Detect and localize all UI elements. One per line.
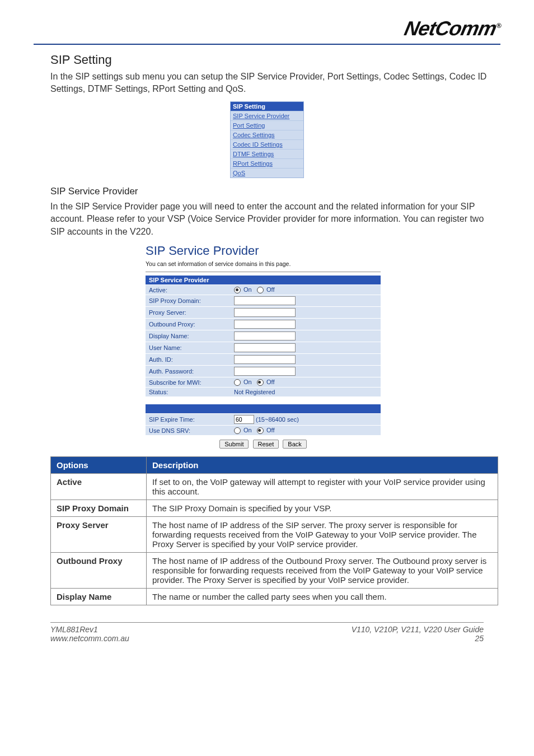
page-title: SIP Setting [50, 53, 500, 67]
form-label: Display Name: [146, 330, 231, 342]
form-label: Outbound Proxy: [146, 319, 231, 330]
options-table: Options Description ActiveIf set to on, … [50, 456, 498, 605]
doc-url: www.netcomm.com.au [50, 634, 129, 643]
form-input[interactable] [234, 332, 296, 340]
submenu-item: DTMF Settings [231, 149, 303, 158]
form-input[interactable] [234, 343, 296, 352]
option-desc: The host name of IP address of the SIP s… [147, 517, 498, 553]
options-col-options: Options [51, 457, 147, 474]
form-input[interactable] [234, 308, 296, 317]
page-footer: YML881Rev1 www.netcomm.com.au V110, V210… [50, 625, 484, 643]
submit-button[interactable]: Submit [219, 440, 249, 449]
option-desc: The name or number the called party sees… [147, 589, 498, 605]
option-desc: The SIP Proxy Domain is specified by you… [147, 500, 498, 517]
form-radio: On Off [231, 284, 381, 295]
submenu-item: Codec ID Settings [231, 139, 303, 149]
option-name: SIP Proxy Domain [51, 500, 147, 517]
hint: (15~86400 sec) [256, 416, 299, 423]
form-label: Use DNS SRV: [146, 426, 231, 436]
form-table-1: SIP Service Provider Active: On OffSIP P… [146, 276, 381, 396]
form-input[interactable] [234, 296, 296, 305]
form-label: Auth. ID: [146, 354, 231, 366]
option-desc: The host name of IP address of the Outbo… [147, 553, 498, 589]
back-button[interactable]: Back [283, 440, 306, 449]
form-input[interactable] [234, 320, 296, 329]
form-label: User Name: [146, 342, 231, 354]
intro-text: In the SIP settings sub menu you can set… [50, 71, 500, 96]
form-input[interactable] [234, 367, 296, 376]
footer-rule [50, 622, 484, 623]
option-name: Active [51, 474, 147, 500]
submenu-item: SIP Service Provider [231, 111, 303, 120]
page-number: 25 [352, 634, 484, 643]
subsection-intro: In the SIP Service Provider page you wil… [50, 200, 500, 238]
form-label: Subscribe for MWI: [146, 377, 231, 388]
sip-form-screenshot: SIP Service Provider You can set informa… [146, 244, 381, 449]
form-input[interactable] [234, 415, 254, 424]
form-label: Proxy Server: [146, 307, 231, 319]
brand-logo: NetComm® [34, 17, 500, 40]
subsection-title: SIP Service Provider [50, 186, 500, 197]
form-label: Status: [146, 388, 231, 397]
option-name: Display Name [51, 589, 147, 605]
reset-button[interactable]: Reset [253, 440, 279, 449]
status-text: Not Registered [231, 388, 381, 397]
doc-rev: YML881Rev1 [50, 625, 129, 634]
form-radio: On Off [231, 426, 381, 436]
form-label: Active: [146, 284, 231, 295]
options-col-description: Description [147, 457, 498, 474]
form-label: Auth. Password: [146, 366, 231, 377]
doc-guide: V110, V210P, V211, V220 User Guide [352, 625, 484, 634]
submenu-header: SIP Setting [231, 102, 303, 111]
option-desc: If set to on, the VoIP gateway will atte… [147, 474, 498, 500]
submenu-item: Port Setting [231, 120, 303, 130]
form-label: SIP Proxy Domain: [146, 295, 231, 307]
form-label: SIP Expire Time: [146, 414, 231, 426]
form-note: You can set information of service domai… [146, 260, 381, 267]
sip-submenu-screenshot: SIP Setting SIP Service Provider Port Se… [230, 101, 304, 178]
form-buttons: Submit Reset Back [146, 440, 381, 449]
form-header: SIP Service Provider [146, 276, 381, 285]
form-radio: On Off [231, 377, 381, 388]
submenu-item: QoS [231, 168, 303, 178]
form-title: SIP Service Provider [146, 244, 381, 258]
option-name: Outbound Proxy [51, 553, 147, 589]
form-table-2: SIP Expire Time: (15~86400 sec)Use DNS S… [146, 404, 381, 435]
option-name: Proxy Server [51, 517, 147, 553]
submenu-item: RPort Settings [231, 158, 303, 168]
form-input[interactable] [234, 355, 296, 364]
header-rule [34, 44, 500, 45]
form-header-blank [146, 404, 381, 414]
submenu-item: Codec Settings [231, 130, 303, 139]
